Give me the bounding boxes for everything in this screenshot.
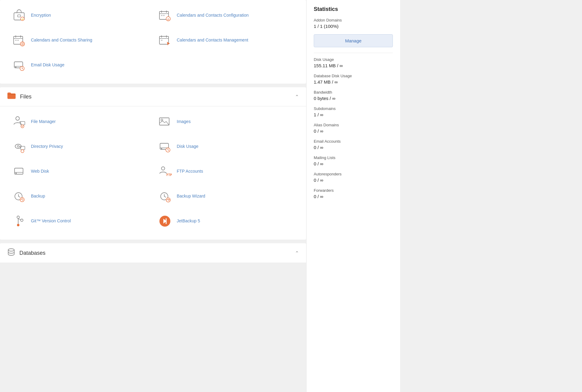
- svg-rect-8: [161, 15, 162, 16]
- disk-clock2-icon: [158, 140, 172, 154]
- eye-folder-icon: [12, 140, 26, 154]
- bandwidth-stat-value: 0 bytes / ∞: [314, 96, 393, 101]
- alias-domains-stat-label: Alias Domains: [314, 123, 393, 127]
- backup-wizard-label: Backup Wizard: [177, 193, 205, 199]
- calendars-sharing-item[interactable]: Calendars and Contacts Sharing: [7, 28, 153, 53]
- calendars-config-item[interactable]: @ Calendars and Contacts Configuration: [153, 3, 299, 28]
- manage-button[interactable]: Manage: [314, 34, 393, 47]
- svg-point-39: [21, 150, 24, 153]
- svg-rect-16: [15, 40, 17, 41]
- calendar-settings-icon: [12, 33, 26, 47]
- svg-point-42: [161, 148, 162, 149]
- svg-point-62: [17, 216, 19, 218]
- forwarders-stat-value: 0 / ∞: [314, 194, 393, 199]
- email-accounts-stat-label: Email Accounts: [314, 139, 393, 144]
- mailing-lists-stat-label: Mailing Lists: [314, 155, 393, 160]
- backup-wizard-item[interactable]: Backup Wizard: [153, 184, 299, 209]
- folder-icon: [7, 92, 16, 101]
- autoresponders-stat-label: Autoresponders: [314, 172, 393, 176]
- jetbackup-label: JetBackup 5: [177, 218, 200, 224]
- svg-point-31: [16, 117, 19, 120]
- svg-text:⚡: ⚡: [21, 18, 24, 21]
- files-header-left: Files: [7, 92, 32, 101]
- svg-rect-1: [18, 15, 21, 17]
- calendars-management-label: Calendars and Contacts Management: [177, 37, 248, 43]
- clock-refresh-plus-icon: [158, 189, 172, 203]
- encryption-item[interactable]: ⚡ Encryption: [7, 3, 153, 28]
- email-accounts-stat-value: 0 / ∞: [314, 145, 393, 150]
- databases-chevron-icon: ⌃: [295, 250, 299, 256]
- disk-usage-files-item[interactable]: Disk Usage: [153, 134, 299, 159]
- database-disk-usage-stat: Database Disk Usage 1.47 MB / ∞: [314, 74, 393, 85]
- clock-refresh-icon: [12, 189, 26, 203]
- email-accounts-stat: Email Accounts 0 / ∞: [314, 139, 393, 150]
- database-icon: [7, 248, 15, 258]
- bandwidth-stat: Bandwidth 0 bytes / ∞: [314, 90, 393, 101]
- svg-rect-34: [159, 118, 169, 125]
- bandwidth-stat-label: Bandwidth: [314, 90, 393, 95]
- databases-header-left: Databases: [7, 248, 45, 258]
- addon-domains-stat: Addon Domains 1 / 1 (100%): [314, 18, 393, 29]
- subdomains-stat-label: Subdomains: [314, 106, 393, 111]
- backup-item[interactable]: Backup: [7, 184, 153, 209]
- subdomains-stat-value: 1 / ∞: [314, 112, 393, 117]
- disk-usage-stat-label: Disk Usage: [314, 57, 393, 62]
- databases-section: Databases ⌃: [0, 243, 306, 263]
- directory-privacy-label: Directory Privacy: [31, 144, 63, 150]
- briefcase-icon: ⚡: [12, 8, 26, 22]
- encryption-label: Encryption: [31, 12, 51, 18]
- calendar-at-icon: @: [158, 8, 172, 22]
- jetbackup5-item[interactable]: JetBackup 5: [153, 209, 299, 234]
- calendar-cursor-icon: [158, 33, 172, 47]
- addon-domains-label: Addon Domains: [314, 18, 393, 22]
- disk-icon: [12, 164, 26, 178]
- disk-usage-stat-value: 155.11 MB / ∞: [314, 63, 393, 68]
- svg-rect-20: [159, 36, 169, 44]
- email-disk-usage-item[interactable]: Email Disk Usage: [7, 53, 153, 78]
- autoresponders-stat-value: 0 / ∞: [314, 178, 393, 183]
- files-chevron-icon: ⌃: [295, 94, 299, 100]
- ftp-accounts-item[interactable]: FTP FTP Accounts: [153, 159, 299, 184]
- svg-point-48: [15, 173, 17, 174]
- forwarders-stat-label: Forwarders: [314, 188, 393, 193]
- files-section: Files ⌃ File Manager: [0, 87, 306, 240]
- person-ftp-icon: FTP: [158, 164, 172, 178]
- svg-point-64: [21, 219, 23, 221]
- svg-point-27: [15, 67, 16, 68]
- calendars-management-item[interactable]: Calendars and Contacts Management: [153, 28, 299, 53]
- ftp-accounts-label: FTP Accounts: [177, 168, 203, 174]
- subdomains-stat: Subdomains 1 / ∞: [314, 106, 393, 117]
- jetbackup-icon: [158, 214, 172, 228]
- git-version-control-item[interactable]: Git™ Version Control: [7, 209, 153, 234]
- svg-point-67: [8, 249, 14, 251]
- backup-label: Backup: [31, 193, 45, 199]
- forwarders-stat: Forwarders 0 / ∞: [314, 188, 393, 199]
- statistics-sidebar: Statistics Addon Domains 1 / 1 (100%) Ma…: [306, 0, 400, 392]
- disk-usage-files-label: Disk Usage: [177, 144, 199, 150]
- database-disk-usage-stat-value: 1.47 MB / ∞: [314, 79, 393, 85]
- web-disk-item[interactable]: Web Disk: [7, 159, 153, 184]
- disk-clock-icon: [12, 58, 26, 72]
- file-manager-label: File Manager: [31, 119, 56, 125]
- image-icon: [158, 115, 172, 129]
- files-grid: File Manager Images: [0, 106, 306, 240]
- mailing-lists-stat: Mailing Lists 0 / ∞: [314, 155, 393, 166]
- svg-text:FTP: FTP: [166, 173, 172, 177]
- statistics-title: Statistics: [314, 6, 393, 12]
- svg-point-50: [162, 167, 165, 170]
- alias-domains-stat-value: 0 / ∞: [314, 128, 393, 134]
- svg-point-63: [17, 224, 19, 226]
- email-tools-grid: ⚡ Encryption @: [0, 0, 306, 84]
- addon-domains-value: 1 / 1 (100%): [314, 24, 393, 29]
- databases-section-header[interactable]: Databases ⌃: [0, 243, 306, 263]
- person-folder-icon: [12, 115, 26, 129]
- svg-rect-24: [161, 40, 162, 41]
- files-section-header[interactable]: Files ⌃: [0, 87, 306, 106]
- autoresponders-stat: Autoresponders 0 / ∞: [314, 172, 393, 183]
- file-manager-item[interactable]: File Manager: [7, 109, 153, 134]
- directory-privacy-item[interactable]: Directory Privacy: [7, 134, 153, 159]
- calendars-config-label: Calendars and Contacts Configuration: [177, 12, 249, 18]
- images-label: Images: [177, 119, 191, 125]
- images-item[interactable]: Images: [153, 109, 299, 134]
- email-tools-section: ⚡ Encryption @: [0, 0, 306, 84]
